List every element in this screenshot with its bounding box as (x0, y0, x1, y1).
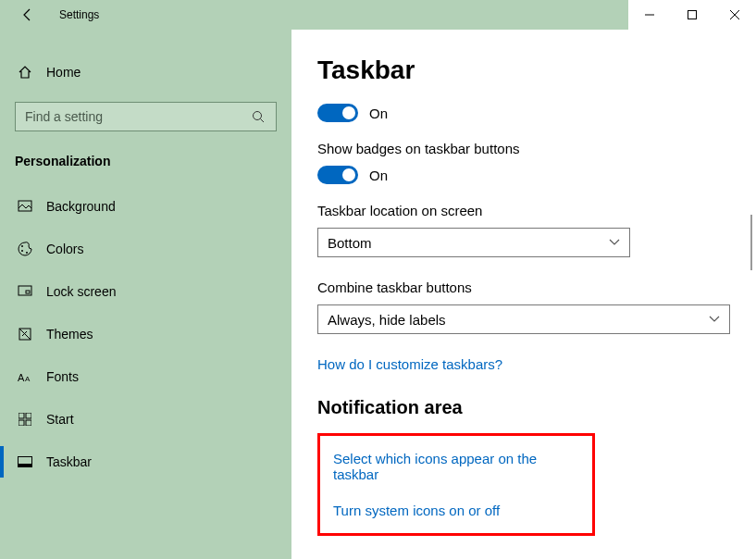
toggle-1-state: On (369, 106, 388, 121)
notification-heading: Notification area (317, 397, 730, 418)
toggle-badges[interactable] (317, 166, 358, 184)
sidebar-item-fonts[interactable]: AA Fonts (0, 355, 291, 398)
svg-rect-18 (19, 464, 32, 467)
svg-rect-15 (19, 420, 24, 426)
start-icon (15, 413, 35, 426)
sidebar-item-start[interactable]: Start (0, 398, 291, 441)
main-panel: Taskbar On Show badges on taskbar button… (291, 30, 756, 559)
colors-icon (15, 242, 35, 256)
svg-rect-16 (26, 420, 31, 426)
nav-label: Colors (46, 242, 83, 256)
svg-point-5 (21, 245, 23, 247)
nav-label: Lock screen (46, 284, 116, 299)
combine-select[interactable]: Always, hide labels (317, 304, 730, 334)
search-input[interactable] (25, 109, 252, 124)
page-title: Taskbar (317, 56, 730, 85)
nav-label: Taskbar (46, 454, 92, 469)
nav-label: Start (46, 412, 74, 427)
nav-label: Background (46, 199, 116, 214)
badges-label: Show badges on taskbar buttons (317, 141, 730, 156)
sidebar-item-colors[interactable]: Colors (0, 228, 291, 270)
fonts-icon: AA (15, 370, 35, 383)
svg-rect-1 (688, 11, 697, 19)
maximize-button[interactable] (671, 0, 713, 30)
sidebar: Home Personalization Background Colors (0, 30, 291, 559)
home-icon (15, 65, 35, 80)
svg-text:A: A (18, 372, 25, 383)
svg-rect-13 (19, 413, 24, 418)
section-title: Personalization (15, 154, 291, 168)
highlight-box: Select which icons appear on the taskbar… (317, 433, 595, 536)
minimize-button[interactable] (628, 0, 671, 30)
lockscreen-icon (15, 284, 35, 299)
select-icons-link[interactable]: Select which icons appear on the taskbar (333, 451, 579, 482)
toggle-1[interactable] (317, 104, 358, 122)
sidebar-item-themes[interactable]: Themes (0, 313, 291, 355)
svg-point-6 (21, 250, 23, 252)
scrollbar[interactable] (750, 215, 752, 270)
svg-point-2 (254, 112, 262, 120)
home-nav[interactable]: Home (0, 56, 291, 89)
sidebar-item-lockscreen[interactable]: Lock screen (0, 270, 291, 313)
search-box[interactable] (15, 102, 277, 131)
svg-text:A: A (25, 375, 31, 383)
close-button[interactable] (713, 0, 756, 30)
search-icon (252, 110, 266, 123)
chevron-down-icon (709, 316, 720, 323)
back-button[interactable] (17, 4, 39, 26)
sidebar-item-background[interactable]: Background (0, 185, 291, 228)
combine-value: Always, hide labels (328, 312, 446, 328)
nav-label: Fonts (46, 369, 79, 384)
background-icon (15, 199, 35, 214)
nav-label: Themes (46, 327, 93, 342)
toggle-badges-state: On (369, 168, 388, 183)
taskbar-icon (15, 456, 35, 467)
svg-point-7 (26, 252, 28, 254)
location-label: Taskbar location on screen (317, 203, 730, 218)
system-icons-link[interactable]: Turn system icons on or off (333, 503, 579, 518)
chevron-down-icon (609, 239, 620, 246)
svg-rect-9 (26, 291, 30, 293)
home-label: Home (46, 65, 81, 80)
app-title: Settings (59, 8, 99, 21)
combine-label: Combine taskbar buttons (317, 280, 730, 295)
svg-line-3 (261, 119, 265, 123)
help-link[interactable]: How do I customize taskbars? (317, 356, 502, 372)
svg-rect-14 (26, 413, 31, 418)
location-select[interactable]: Bottom (317, 228, 630, 257)
location-value: Bottom (328, 235, 372, 251)
sidebar-item-taskbar[interactable]: Taskbar (0, 441, 291, 483)
themes-icon (15, 327, 35, 342)
